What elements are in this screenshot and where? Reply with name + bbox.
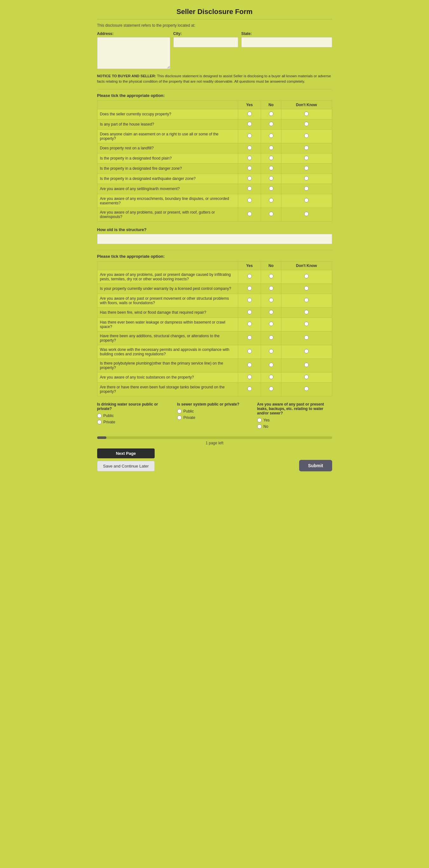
table-row: Is your property currently under warrant…	[97, 283, 332, 294]
structure-age-input[interactable]	[97, 234, 332, 244]
yes-radio[interactable]	[248, 186, 252, 191]
yes-radio[interactable]	[248, 156, 252, 160]
dontknow-radio[interactable]	[304, 156, 309, 160]
yes-radio[interactable]	[248, 363, 252, 367]
no-radio[interactable]	[269, 349, 273, 353]
no-radio[interactable]	[269, 386, 273, 391]
no-radio[interactable]	[269, 212, 273, 216]
section1-col-yes: Yes	[238, 100, 261, 109]
leaks-yes-radio[interactable]	[257, 418, 262, 423]
no-radio[interactable]	[269, 322, 273, 326]
city-field-group: City:	[173, 31, 238, 48]
dontknow-radio[interactable]	[304, 286, 309, 290]
question-text: Are you aware of any past or present mov…	[97, 294, 238, 307]
dontknow-radio[interactable]	[304, 146, 309, 150]
no-radio[interactable]	[269, 166, 273, 170]
yes-radio[interactable]	[248, 349, 252, 353]
yes-radio[interactable]	[248, 310, 252, 314]
drinking-private-option: Private	[97, 420, 172, 424]
dontknow-radio[interactable]	[304, 176, 309, 181]
save-later-button[interactable]: Save and Continue Later	[97, 461, 155, 471]
dontknow-radio[interactable]	[304, 122, 309, 126]
yes-radio[interactable]	[248, 274, 252, 278]
leaks-no-radio[interactable]	[257, 424, 262, 429]
submit-button[interactable]: Submit	[299, 460, 332, 471]
dontknow-radio[interactable]	[304, 349, 309, 353]
dontknow-radio[interactable]	[304, 322, 309, 326]
dontknow-radio[interactable]	[304, 310, 309, 314]
dontknow-radio[interactable]	[304, 186, 309, 191]
no-radio[interactable]	[269, 122, 273, 126]
no-radio[interactable]	[269, 286, 273, 290]
no-cell	[261, 109, 281, 119]
yes-radio[interactable]	[248, 166, 252, 170]
dontknow-radio[interactable]	[304, 363, 309, 367]
yes-radio[interactable]	[248, 386, 252, 391]
dontknow-cell	[281, 109, 332, 119]
no-radio[interactable]	[269, 198, 273, 203]
table-row: Is the property in a designated fire dan…	[97, 163, 332, 174]
table-row: Have there been any additions, structura…	[97, 331, 332, 345]
yes-radio[interactable]	[248, 286, 252, 290]
no-radio[interactable]	[269, 186, 273, 191]
table-row: Are you aware of any problems, past or p…	[97, 270, 332, 283]
yes-radio[interactable]	[248, 133, 252, 138]
yes-radio[interactable]	[248, 198, 252, 203]
address-section: Address: City: State:	[97, 31, 332, 69]
progress-label: 1 page left	[97, 441, 332, 445]
no-radio[interactable]	[269, 112, 273, 116]
dontknow-radio[interactable]	[304, 274, 309, 278]
no-radio[interactable]	[269, 274, 273, 278]
no-radio[interactable]	[269, 176, 273, 181]
yes-radio[interactable]	[248, 176, 252, 181]
state-field-group: State:	[241, 31, 332, 48]
no-cell	[261, 184, 281, 194]
state-input[interactable]	[241, 37, 332, 48]
dontknow-radio[interactable]	[304, 298, 309, 302]
dontknow-radio[interactable]	[304, 166, 309, 170]
no-radio[interactable]	[269, 146, 273, 150]
dontknow-radio[interactable]	[304, 133, 309, 138]
sewer-private-radio[interactable]	[177, 415, 182, 420]
no-cell	[261, 153, 281, 163]
question-text: Does property rest on a landfill?	[97, 143, 238, 153]
city-label: City:	[173, 31, 238, 36]
city-input[interactable]	[173, 37, 238, 48]
yes-radio[interactable]	[248, 322, 252, 326]
drinking-private-label: Private	[103, 420, 115, 424]
dontknow-radio[interactable]	[304, 375, 309, 379]
no-radio[interactable]	[269, 310, 273, 314]
address-input[interactable]	[97, 37, 170, 69]
yes-radio[interactable]	[248, 335, 252, 340]
drinking-public-label: Public	[103, 413, 114, 418]
dontknow-radio[interactable]	[304, 386, 309, 391]
drinking-public-radio[interactable]	[97, 413, 102, 418]
notice-label: NOTICE TO BUYER AND SELLER:	[97, 74, 156, 78]
drinking-private-radio[interactable]	[97, 420, 102, 424]
no-radio[interactable]	[269, 133, 273, 138]
no-radio[interactable]	[269, 156, 273, 160]
no-radio[interactable]	[269, 335, 273, 340]
dontknow-cell	[281, 270, 332, 283]
left-buttons: Next Page Save and Continue Later	[97, 448, 155, 471]
sewer-public-radio[interactable]	[177, 409, 182, 413]
section1-label: Please tick the appropriate option:	[97, 93, 332, 98]
no-radio[interactable]	[269, 363, 273, 367]
yes-radio[interactable]	[248, 298, 252, 302]
dontknow-radio[interactable]	[304, 212, 309, 216]
no-radio[interactable]	[269, 298, 273, 302]
yes-radio[interactable]	[248, 212, 252, 216]
question-text: Is the property in a designated fire dan…	[97, 163, 238, 174]
yes-radio[interactable]	[248, 122, 252, 126]
yes-radio[interactable]	[248, 146, 252, 150]
next-page-button[interactable]: Next Page	[97, 448, 155, 458]
dontknow-radio[interactable]	[304, 198, 309, 203]
no-radio[interactable]	[269, 375, 273, 379]
yes-radio[interactable]	[248, 112, 252, 116]
dontknow-radio[interactable]	[304, 335, 309, 340]
dontknow-radio[interactable]	[304, 112, 309, 116]
question-text: Is any part of the house leased?	[97, 119, 238, 129]
dontknow-cell	[281, 143, 332, 153]
yes-cell	[238, 109, 261, 119]
yes-radio[interactable]	[248, 375, 252, 379]
